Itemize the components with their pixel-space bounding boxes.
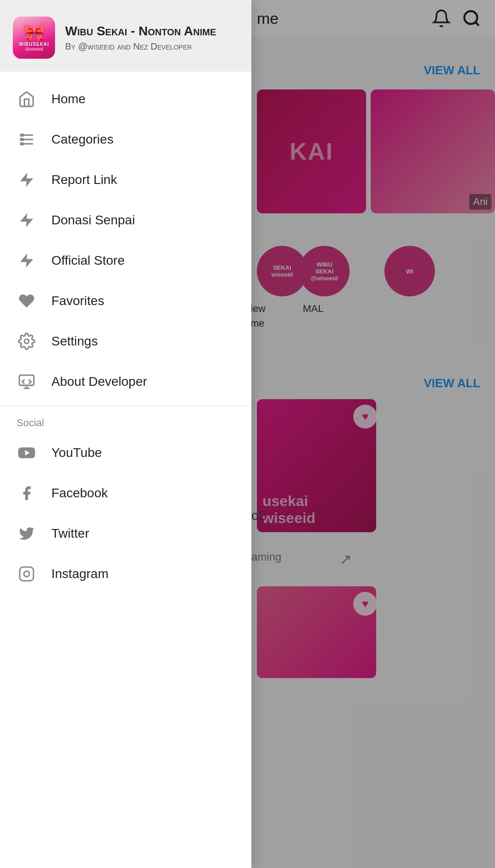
drawer-app-subtitle: By @wiseeid and Nez Developer [65,41,216,52]
sidebar-item-home-label: Home [51,92,86,106]
sidebar-item-twitter[interactable]: Twitter [0,513,251,554]
svg-rect-12 [19,375,34,385]
avatar-sublabel: @wiseeid [25,47,43,51]
svg-marker-10 [20,253,33,268]
sidebar-item-facebook[interactable]: Facebook [0,473,251,513]
svg-marker-9 [20,213,33,228]
sidebar-item-donasi-senpai[interactable]: Donasi Senpai [0,200,251,240]
sidebar-item-official-store[interactable]: Official Store [0,240,251,281]
sidebar-item-youtube[interactable]: YouTube [0,433,251,473]
settings-icon [17,331,37,351]
donasi-senpai-icon [17,210,37,230]
avatar-inner: 🎀 WIBUSEKAI @wiseeid [13,17,55,59]
sidebar-item-favorites-label: Favorites [51,294,104,308]
avatar-face: 🎀 [23,24,45,42]
official-store-icon [17,250,37,271]
navigation-drawer: 🎀 WIBUSEKAI @wiseeid Wibu Sekai - Nonton… [0,0,251,868]
sidebar-item-settings-label: Settings [51,334,98,349]
svg-point-11 [24,339,29,344]
svg-rect-17 [20,567,33,581]
sidebar-item-official-store-label: Official Store [51,253,125,268]
instagram-icon [17,564,37,584]
sidebar-item-settings[interactable]: Settings [0,321,251,362]
home-icon [17,89,37,109]
drawer-app-name: Wibu Sekai - Nonton Anime [65,23,216,39]
report-link-icon [17,170,37,190]
svg-marker-8 [20,172,33,187]
twitter-icon [17,523,37,544]
favorites-icon [17,291,37,311]
sidebar-item-report-link-label: Report Link [51,172,117,187]
svg-rect-6 [20,138,24,141]
drawer-divider [0,406,251,406]
sidebar-item-youtube-label: YouTube [51,445,102,460]
sidebar-item-instagram[interactable]: Instagram [0,554,251,594]
avatar: 🎀 WIBUSEKAI @wiseeid [13,17,55,59]
svg-rect-5 [20,134,24,136]
sidebar-item-categories[interactable]: Categories [0,119,251,160]
facebook-icon [17,483,37,503]
drawer-nav: Home Categories [0,72,251,868]
sidebar-item-favorites[interactable]: Favorites [0,281,251,321]
drawer-header: 🎀 WIBUSEKAI @wiseeid Wibu Sekai - Nonton… [0,0,251,72]
developer-icon [17,372,37,392]
sidebar-item-facebook-label: Facebook [51,486,108,501]
sidebar-item-twitter-label: Twitter [51,526,89,541]
svg-rect-7 [20,142,24,145]
sidebar-item-categories-label: Categories [51,132,113,147]
sidebar-item-home[interactable]: Home [0,79,251,119]
sidebar-item-about-developer-label: About Developer [51,374,147,389]
drawer-header-text: Wibu Sekai - Nonton Anime By @wiseeid an… [65,23,216,52]
sidebar-item-donasi-senpai-label: Donasi Senpai [51,213,135,228]
sidebar-item-instagram-label: Instagram [51,567,109,581]
youtube-icon [17,443,37,463]
sidebar-item-report-link[interactable]: Report Link [0,160,251,200]
categories-icon [17,129,37,150]
sidebar-item-about-developer[interactable]: About Developer [0,362,251,402]
drawer-overlay[interactable] [251,0,495,868]
social-section-label: Social [0,410,251,433]
